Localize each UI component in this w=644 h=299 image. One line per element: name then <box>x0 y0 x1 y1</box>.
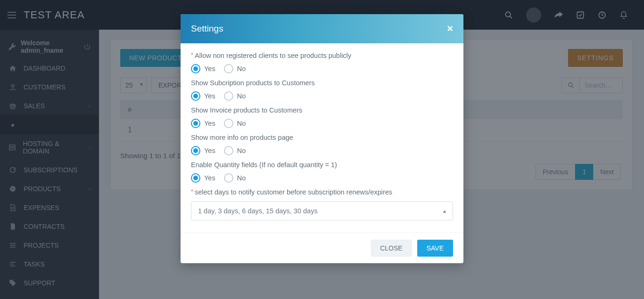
radio-label: No <box>237 147 246 154</box>
show-sub-yes-radio[interactable]: Yes <box>191 91 215 101</box>
field-notify-days-label: select days to notify customer before su… <box>191 188 453 196</box>
close-icon[interactable]: × <box>447 23 453 35</box>
radio-label: Yes <box>204 92 215 100</box>
field-more-info-label: Show more info on products page <box>191 134 453 141</box>
modal-save-button[interactable]: SAVE <box>417 240 453 257</box>
notify-days-select[interactable]: 1 day, 3 days, 6 days, 15 days, 30 days <box>191 202 453 220</box>
radio-label: Yes <box>204 120 215 127</box>
settings-modal: Settings × Allow non registered clients … <box>181 14 463 263</box>
radio-label: No <box>237 65 246 73</box>
field-show-inv-label: Show Invoice products to Customers <box>191 106 453 114</box>
radio-label: No <box>237 120 246 127</box>
more-info-yes-radio[interactable]: Yes <box>191 146 215 155</box>
qty-yes-radio[interactable]: Yes <box>191 173 215 183</box>
field-show-sub-label: Show Subcription products to Customers <box>191 79 453 87</box>
radio-label: Yes <box>204 147 215 154</box>
show-inv-no-radio[interactable]: No <box>224 119 246 128</box>
more-info-no-radio[interactable]: No <box>224 146 246 155</box>
allow-public-no-radio[interactable]: No <box>224 64 246 73</box>
show-inv-yes-radio[interactable]: Yes <box>191 119 215 128</box>
modal-footer: CLOSE SAVE <box>181 233 463 263</box>
field-allow-public-label: Allow non registered clients to see prod… <box>191 52 453 59</box>
modal-body: Allow non registered clients to see prod… <box>181 43 463 233</box>
allow-public-yes-radio[interactable]: Yes <box>191 64 215 73</box>
modal-close-button[interactable]: CLOSE <box>371 240 411 257</box>
notify-days-value: 1 day, 3 days, 6 days, 15 days, 30 days <box>198 207 318 215</box>
show-sub-no-radio[interactable]: No <box>224 91 246 101</box>
radio-label: No <box>237 92 246 100</box>
field-qty-label: Enable Quantity fields (If no default qu… <box>191 161 453 169</box>
radio-label: Yes <box>204 174 215 182</box>
radio-label: No <box>237 174 246 182</box>
modal-header: Settings × <box>181 14 463 43</box>
modal-title: Settings <box>191 24 223 34</box>
qty-no-radio[interactable]: No <box>224 173 246 183</box>
radio-label: Yes <box>204 65 215 73</box>
